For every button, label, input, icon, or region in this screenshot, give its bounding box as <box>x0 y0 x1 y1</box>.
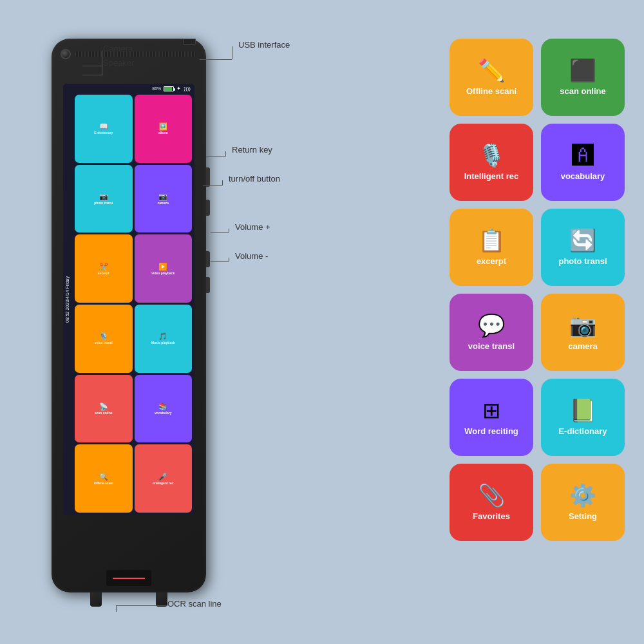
app-tile-videoplayback[interactable]: ▶️ video playback <box>135 234 193 303</box>
icon-card-vocabulary[interactable]: 🅰 vocabulary <box>541 124 625 201</box>
scan-line <box>113 578 145 579</box>
prong-right <box>156 592 167 607</box>
app-tile-edictionary[interactable]: 📖 E-dictionary <box>75 95 133 163</box>
photo-transl-label: photo transl <box>558 256 607 266</box>
onoff-button[interactable] <box>206 200 210 216</box>
camera-icon: 📷 <box>569 314 596 336</box>
annotation-line-return-v <box>225 151 226 156</box>
vocabulary-label: vocabulary <box>561 171 605 181</box>
icons-panel: ✏️ Offline scani ⬛ scan online 🎙️ Intell… <box>450 39 625 541</box>
icon-card-setting[interactable]: ⚙️ Setting <box>541 464 625 541</box>
app-tile-offlinescan[interactable]: 🔍 Offline scani <box>75 444 133 513</box>
annotation-line-usb-h <box>200 59 232 60</box>
prong-left <box>90 592 102 607</box>
usb-port <box>183 39 196 45</box>
intelligent-rec-label: Intelligent rec <box>464 171 519 181</box>
icon-card-word-reciting[interactable]: ⊞ Word reciting <box>450 379 533 456</box>
annotation-line-usb-v <box>232 46 232 59</box>
voice-transl-icon: 💬 <box>478 314 505 336</box>
camera-lens <box>61 49 71 59</box>
screen-datetime: 08:52 2023/4/14 Friday <box>65 276 70 323</box>
app-tile-voicetransl[interactable]: 🎙️ voice transl <box>75 305 133 373</box>
setting-icon: ⚙️ <box>569 484 596 506</box>
annotation-line-ocr-h <box>116 605 167 606</box>
app-tile-camera[interactable]: 📷 camera <box>135 165 193 233</box>
icon-card-scan-online[interactable]: ⬛ scan online <box>541 39 625 116</box>
icon-card-photo-transl[interactable]: 🔄 photo transl <box>541 209 625 286</box>
photo-transl-icon: 🔄 <box>569 229 596 251</box>
offline-scan-label: Offline scani <box>466 86 516 96</box>
annotation-line-ocr-v <box>116 605 117 612</box>
icon-card-camera[interactable]: 📷 camera <box>541 294 625 371</box>
excerpt-label: excerpt <box>477 256 506 266</box>
battery-percent: 80% <box>152 86 161 91</box>
volume-plus-button[interactable] <box>206 251 210 267</box>
excerpt-icon: 📋 <box>478 229 505 251</box>
scan-window <box>106 570 151 586</box>
device-body: 80% ✦ )))) 08:52 2023/4/14 Friday 📖 E-di… <box>52 39 206 592</box>
vocabulary-icon: 🅰 <box>572 144 594 166</box>
annotation-line-speaker-h <box>82 75 103 75</box>
battery-icon <box>164 86 174 91</box>
annotation-line-onoff-h <box>203 185 222 186</box>
camera-label: camera <box>568 341 598 351</box>
app-tile-intelligentrec[interactable]: 🎤 Intelligent rec <box>135 444 193 513</box>
voice-transl-label: voice transl <box>468 341 515 351</box>
icon-card-edictionary[interactable]: 📗 E-dictionary <box>541 379 625 456</box>
setting-label: Setting <box>569 511 597 521</box>
offline-scan-icon: ✏️ <box>478 59 505 81</box>
intelligent-rec-icon: 🎙️ <box>478 144 505 166</box>
icon-card-voice-transl[interactable]: 💬 voice transl <box>450 294 533 371</box>
return-key-button[interactable] <box>206 167 210 187</box>
annotation-line-speaker-v <box>102 64 102 75</box>
favorites-icon: 📎 <box>478 484 505 506</box>
icon-card-intelligent-rec[interactable]: 🎙️ Intelligent rec <box>450 124 533 201</box>
bluetooth-icon: ✦ <box>176 86 181 91</box>
device-diagram: 80% ✦ )))) 08:52 2023/4/14 Friday 📖 E-di… <box>39 39 245 599</box>
annotation-line-onoff-v <box>222 180 223 185</box>
wifi-icon: )))) <box>184 86 191 91</box>
favorites-label: Favorites <box>473 511 510 521</box>
annotation-line-volplus-h <box>211 232 229 233</box>
edictionary-label: E-dictionary <box>558 426 607 436</box>
icon-card-excerpt[interactable]: 📋 excerpt <box>450 209 533 286</box>
app-tile-scanonline[interactable]: 📡 scan online <box>75 375 133 443</box>
app-tile-vocabulary[interactable]: 📚 vocabulary <box>135 375 193 443</box>
annotation-line-camera-h <box>82 66 103 66</box>
scan-online-label: scan online <box>560 86 606 96</box>
app-tile-album[interactable]: 🖼️ album <box>135 95 193 163</box>
icon-card-offline-scan[interactable]: ✏️ Offline scani <box>450 39 533 116</box>
annotation-line-volminus-h <box>211 261 229 262</box>
annotation-line-camera-v <box>102 50 102 66</box>
app-tile-music[interactable]: 🎵 Music playback <box>135 305 193 373</box>
annotation-line-volplus-v <box>229 229 229 232</box>
app-tile-excerpt[interactable]: ✂️ excerpt <box>75 234 133 303</box>
scan-online-icon: ⬛ <box>569 59 596 81</box>
word-reciting-icon: ⊞ <box>482 399 500 421</box>
annotation-line-volminus-v <box>229 258 229 261</box>
icon-card-favorites[interactable]: 📎 Favorites <box>450 464 533 541</box>
volume-minus-button[interactable] <box>206 277 210 293</box>
speaker-grille <box>75 52 196 57</box>
annotation-line-return-h <box>206 156 225 157</box>
app-tile-phototransl[interactable]: 📷 photo transl <box>75 165 133 233</box>
device-screen: 80% ✦ )))) 08:52 2023/4/14 Friday 📖 E-di… <box>63 84 194 515</box>
edictionary-icon: 📗 <box>569 399 596 421</box>
word-reciting-label: Word reciting <box>464 426 518 436</box>
